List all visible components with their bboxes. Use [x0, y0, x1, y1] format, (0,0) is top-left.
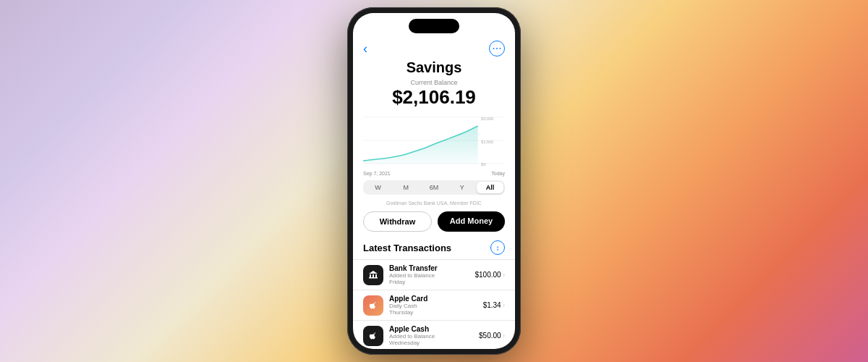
transaction-apple-card-1[interactable]: Apple Card Daily Cash Thursday $1.34 ›: [353, 290, 515, 320]
savings-chart: $3,000 $1,500 $0: [363, 111, 505, 169]
apple-cash-amount: $50.00: [479, 332, 501, 340]
apple-cash-icon: [363, 326, 383, 346]
bank-transfer-amount-area: $100.00 ›: [475, 271, 506, 279]
balance-label: Current Balance: [353, 77, 515, 86]
bank-transfer-amount: $100.00: [475, 271, 501, 279]
chart-start-label: Sep 7, 2021: [363, 171, 391, 176]
filter-all[interactable]: All: [477, 182, 503, 193]
svg-rect-8: [375, 274, 377, 277]
filter-w[interactable]: W: [365, 182, 391, 193]
filter-y[interactable]: Y: [448, 182, 475, 193]
bank-transfer-chevron: ›: [503, 271, 505, 279]
apple-card-sub-1: Daily Cash: [389, 303, 483, 309]
svg-text:$1,500: $1,500: [481, 140, 493, 144]
screen-content: 9:41 ▲▲▲ ⋈ ▮ ‹ ··· Savings Current Balan…: [353, 13, 515, 349]
transaction-apple-cash[interactable]: Apple Cash Added to Balance Wednesday $5…: [353, 320, 515, 349]
svg-rect-6: [370, 274, 371, 277]
bank-transfer-sub: Added to Balance: [389, 272, 475, 279]
wifi-icon: ⋈: [491, 19, 498, 26]
apple-cash-sub: Added to Balance: [389, 333, 479, 340]
svg-text:$3,000: $3,000: [481, 117, 493, 121]
more-button[interactable]: ···: [489, 41, 505, 56]
apple-cash-info: Apple Cash Added to Balance Wednesday: [389, 325, 479, 346]
apple-card-amount-area-1: $1.34 ›: [483, 301, 505, 309]
chart-area: $3,000 $1,500 $0: [363, 111, 505, 169]
balance-amount: $2,106.19: [353, 86, 515, 111]
phone-frame: 9:41 ▲▲▲ ⋈ ▮ ‹ ··· Savings Current Balan…: [347, 7, 521, 355]
status-icons: ▲▲▲ ⋈ ▮: [469, 19, 503, 26]
filter-m[interactable]: M: [393, 182, 420, 193]
apple-card-chevron-1: ›: [503, 301, 505, 309]
chart-end-label: Today: [491, 171, 505, 176]
bank-transfer-name: Bank Transfer: [389, 264, 475, 272]
back-button[interactable]: ‹: [363, 41, 367, 56]
svg-rect-7: [373, 274, 374, 277]
apple-card-icon-1: [363, 295, 383, 316]
apple-cash-name: Apple Cash: [389, 325, 479, 333]
apple-cash-chevron: ›: [503, 332, 505, 340]
apple-card-name-1: Apple Card: [389, 295, 483, 303]
apple-card-day-1: Thursday: [389, 309, 483, 316]
bank-transfer-icon: [363, 265, 383, 285]
svg-rect-9: [369, 277, 378, 279]
dynamic-island: [409, 19, 459, 33]
bank-transfer-info: Bank Transfer Added to Balance Friday: [389, 264, 475, 285]
action-buttons: Withdraw Add Money: [353, 209, 515, 237]
withdraw-button[interactable]: Withdraw: [363, 211, 432, 232]
page-title: Savings: [353, 59, 515, 77]
time-filters: W M 6M Y All: [363, 180, 505, 195]
svg-text:$0: $0: [481, 162, 485, 167]
add-money-button[interactable]: Add Money: [438, 211, 505, 232]
transaction-bank-transfer[interactable]: Bank Transfer Added to Balance Friday $1…: [353, 259, 515, 290]
apple-card-info-1: Apple Card Daily Cash Thursday: [389, 295, 483, 316]
transactions-title: Latest Transactions: [363, 243, 451, 253]
apple-cash-logo: [368, 331, 378, 341]
filter-6m[interactable]: 6M: [421, 182, 448, 193]
transactions-filter-icon[interactable]: ↕: [490, 240, 505, 255]
bank-icon: [368, 270, 378, 280]
battery-icon: ▮: [500, 19, 503, 26]
transactions-header: Latest Transactions ↕: [353, 237, 515, 259]
signal-icon: ▲▲▲: [469, 19, 489, 26]
apple-cash-amount-area: $50.00 ›: [479, 332, 505, 340]
apple-cash-day: Wednesday: [389, 340, 479, 346]
bank-transfer-day: Friday: [389, 279, 475, 285]
chart-date-labels: Sep 7, 2021 Today: [353, 171, 515, 176]
phone-screen: 9:41 ▲▲▲ ⋈ ▮ ‹ ··· Savings Current Balan…: [353, 13, 515, 349]
apple-logo-icon: [368, 300, 378, 311]
bank-label: Goldman Sachs Bank USA, Member FDIC: [353, 199, 515, 209]
apple-card-amount-1: $1.34: [483, 301, 501, 309]
svg-marker-10: [369, 271, 378, 274]
status-time: 9:41: [365, 19, 380, 28]
